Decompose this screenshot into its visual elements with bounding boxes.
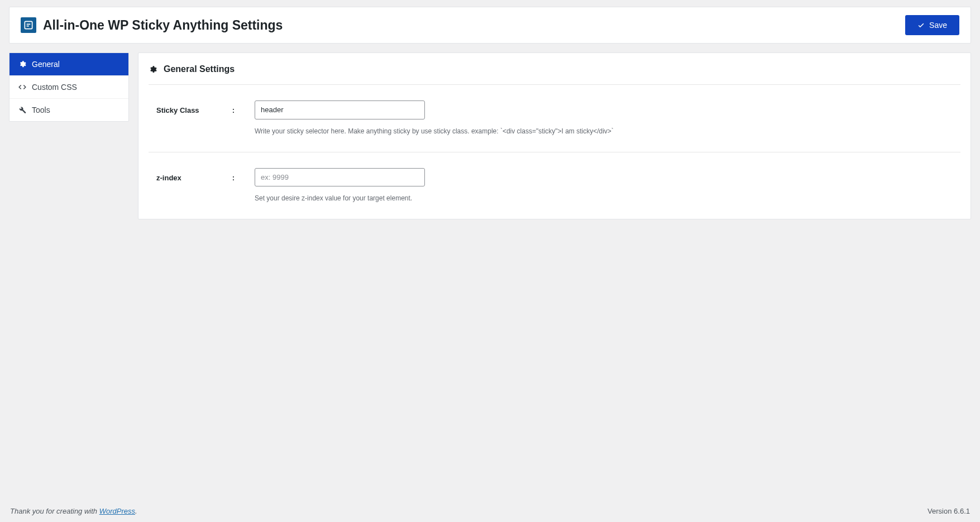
field-label: Sticky Class : (149, 100, 242, 114)
wrench-icon (18, 106, 26, 114)
svg-rect-0 (25, 21, 32, 28)
field-input-wrap: Set your desire z-index value for your t… (242, 168, 960, 204)
footer-thanks-prefix: Thank you for creating with (10, 507, 99, 515)
sidebar-item-label: General (32, 60, 60, 69)
page-title: All-in-One WP Sticky Anything Settings (43, 18, 283, 33)
check-icon (917, 22, 925, 29)
settings-sidebar: General Custom CSS Tools (9, 52, 129, 122)
settings-panel: General Settings Sticky Class : Write yo… (138, 52, 971, 219)
field-label-text: z-index (156, 174, 181, 182)
footer-thanks: Thank you for creating with WordPress. (10, 507, 137, 515)
plugin-logo-icon (23, 20, 34, 31)
field-label-text: Sticky Class (156, 106, 199, 114)
sidebar-item-custom-css[interactable]: Custom CSS (9, 76, 128, 99)
sticky-class-input[interactable] (255, 100, 425, 119)
gear-icon (18, 60, 26, 68)
header-left: All-in-One WP Sticky Anything Settings (21, 17, 283, 33)
sidebar-item-general[interactable]: General (9, 53, 128, 76)
field-label: z-index : (149, 168, 242, 182)
panel-title: General Settings (149, 64, 960, 85)
page-footer: Thank you for creating with WordPress. V… (0, 502, 980, 522)
z-index-input[interactable] (255, 168, 425, 187)
sidebar-item-label: Tools (32, 106, 50, 114)
plugin-logo (21, 17, 36, 33)
sidebar-item-tools[interactable]: Tools (9, 99, 128, 121)
field-help-text: Write your sticky selector here. Make an… (255, 126, 960, 136)
code-icon (18, 83, 26, 91)
panel-title-text: General Settings (164, 64, 235, 74)
sidebar-item-label: Custom CSS (32, 83, 77, 92)
wordpress-link[interactable]: WordPress (99, 507, 135, 515)
settings-header: All-in-One WP Sticky Anything Settings S… (9, 7, 971, 44)
footer-thanks-suffix: . (135, 507, 137, 515)
save-button[interactable]: Save (905, 15, 959, 35)
field-z-index: z-index : Set your desire z-index value … (149, 152, 960, 204)
main-content: General Custom CSS Tools General Setting… (0, 44, 980, 502)
field-help-text: Set your desire z-index value for your t… (255, 193, 960, 203)
save-button-label: Save (929, 21, 947, 30)
gear-icon (149, 65, 157, 74)
footer-version: Version 6.6.1 (928, 507, 970, 515)
field-input-wrap: Write your sticky selector here. Make an… (242, 100, 960, 136)
field-colon: : (232, 106, 235, 114)
field-sticky-class: Sticky Class : Write your sticky selecto… (149, 85, 960, 152)
field-colon: : (232, 174, 235, 182)
